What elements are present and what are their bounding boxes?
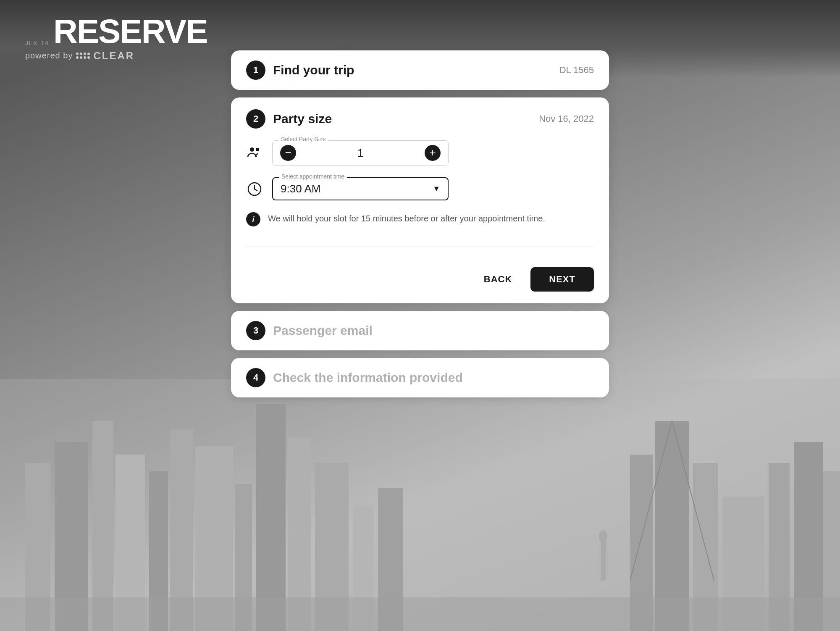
clear-dots-icon [76,53,90,59]
step2-header: 2 Party size Nov 16, 2022 [246,109,594,129]
step2-meta: Nov 16, 2022 [539,113,594,124]
step1-badge: 1 [246,60,265,80]
step3-card: 3 Passenger email [231,311,609,350]
step2-title: Party size [273,112,332,126]
info-row: i We will hold your slot for 15 minutes … [246,212,594,226]
step2-header-left: 2 Party size [246,109,332,129]
powered-by: powered by CLEAR [25,50,207,62]
party-size-value: 1 [357,147,363,160]
city-background [0,379,840,631]
step1-header: 1 Find your trip DL 1565 [246,60,594,80]
card-actions: BACK NEXT [246,267,594,292]
step2-badge: 2 [246,109,265,129]
decrement-button[interactable]: − [280,145,296,161]
svg-rect-21 [0,597,840,631]
party-size-row: Select Party Size − 1 + [246,140,594,166]
jfk-label: JFK T4 [25,39,49,47]
appointment-value: 9:30 AM [281,182,320,195]
app-title: RESERVE [53,16,207,47]
people-icon [246,145,263,160]
logo-area: JFK T4 RESERVE powered by CLEAR [25,16,207,62]
appointment-label: Select appointment time [279,173,347,180]
svg-rect-22 [601,539,606,581]
step4-title: Check the information provided [273,371,463,385]
step4-header: 4 Check the information provided [246,368,594,387]
step1-card: 1 Find your trip DL 1565 [231,50,609,90]
clear-label: CLEAR [93,50,134,62]
powered-by-text: powered by [25,51,73,60]
info-icon: i [246,212,260,226]
step3-header-left: 3 Passenger email [246,321,373,340]
step2-card: 2 Party size Nov 16, 2022 Select Party S… [231,97,609,303]
appointment-time-select[interactable]: Select appointment time 9:30 AM ▼ [272,177,449,200]
svg-rect-9 [256,404,286,631]
step1-meta: DL 1565 [559,65,594,76]
svg-point-27 [256,148,259,151]
card-divider [246,247,594,247]
main-content: 1 Find your trip DL 1565 2 Party size No… [231,50,609,397]
back-button[interactable]: BACK [475,269,521,290]
step3-header: 3 Passenger email [246,321,594,340]
increment-button[interactable]: + [425,145,441,161]
clock-icon [246,181,263,197]
step4-card: 4 Check the information provided [231,358,609,397]
party-size-input: Select Party Size − 1 + [272,140,449,166]
svg-line-30 [255,189,257,191]
step2-content: Select Party Size − 1 + [246,140,594,292]
step3-title: Passenger email [273,323,373,338]
step1-title: Find your trip [273,63,354,77]
appointment-time-row: Select appointment time 9:30 AM ▼ [246,177,594,200]
party-size-label: Select Party Size [278,136,328,142]
svg-point-26 [250,147,254,152]
info-text: We will hold your slot for 15 minutes be… [268,212,545,225]
step1-header-left: 1 Find your trip [246,60,354,80]
svg-point-23 [599,530,607,543]
dropdown-arrow-icon: ▼ [433,184,440,193]
step4-badge: 4 [246,368,265,387]
next-button[interactable]: NEXT [530,267,594,292]
step3-badge: 3 [246,321,265,340]
step4-header-left: 4 Check the information provided [246,368,463,387]
